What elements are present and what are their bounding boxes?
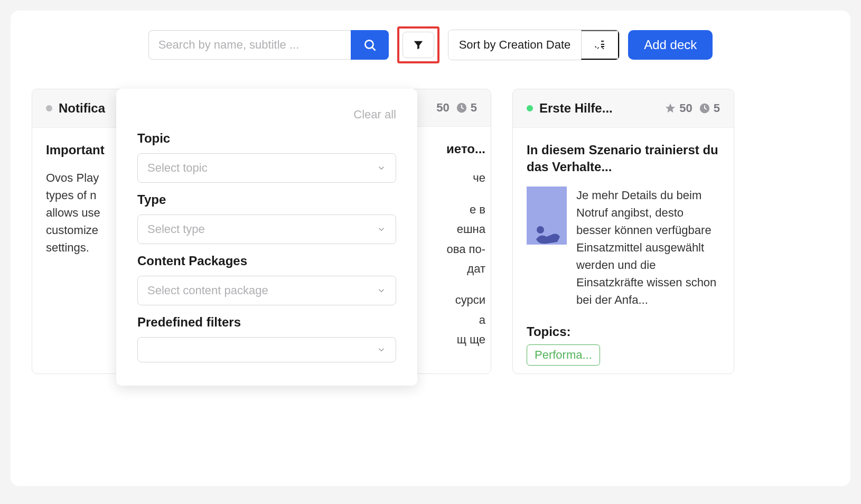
chevron-down-icon bbox=[377, 286, 386, 295]
funnel-icon bbox=[413, 39, 424, 51]
filter-button-highlight bbox=[397, 26, 439, 63]
search-button[interactable] bbox=[351, 30, 389, 60]
status-dot bbox=[527, 105, 533, 111]
clock-stat: 5 bbox=[456, 101, 477, 115]
svg-line-1 bbox=[372, 47, 375, 50]
topic-tag[interactable]: Performa... bbox=[527, 344, 600, 366]
predefined-filters-select[interactable] bbox=[137, 337, 396, 362]
card-body: In diesem Szenario trainierst du das Ver… bbox=[513, 128, 734, 374]
svg-point-4 bbox=[537, 226, 544, 234]
clock-count: 5 bbox=[714, 101, 720, 115]
star-count: 50 bbox=[679, 101, 692, 115]
add-deck-button[interactable]: Add deck bbox=[628, 30, 713, 60]
clock-count: 5 bbox=[471, 101, 477, 115]
card-header: Erste Hilfe... 50 5 bbox=[513, 89, 734, 128]
first-aid-icon bbox=[531, 223, 563, 245]
filter-label-predefined: Predefined filters bbox=[137, 315, 396, 330]
star-icon bbox=[665, 102, 676, 114]
main-panel: Sort by Creation Date Add deck Notifica … bbox=[11, 11, 850, 486]
clock-icon bbox=[456, 102, 467, 114]
filter-popover-header: Clear all bbox=[137, 108, 396, 122]
clock-stat: 5 bbox=[699, 101, 720, 115]
card-title: Erste Hilfe... bbox=[539, 101, 658, 116]
packages-select-placeholder: Select content package bbox=[147, 284, 268, 297]
topics-label: Topics: bbox=[527, 324, 720, 339]
cards-row: Notifica Important Ovos Play types of n … bbox=[32, 89, 829, 374]
topic-select-placeholder: Select topic bbox=[147, 161, 208, 175]
sort-direction-button[interactable] bbox=[581, 30, 619, 60]
star-count: 50 bbox=[436, 101, 449, 115]
filter-label-type: Type bbox=[137, 192, 396, 207]
card-description: Je mehr Details du beim Notruf angibst, … bbox=[576, 186, 720, 309]
clear-all-button[interactable]: Clear all bbox=[353, 108, 396, 122]
search-icon bbox=[363, 38, 377, 52]
card-thumbnail bbox=[527, 186, 567, 245]
chevron-down-icon bbox=[377, 345, 386, 354]
content-packages-select[interactable]: Select content package bbox=[137, 276, 396, 305]
star-stat: 50 bbox=[436, 101, 449, 115]
search-group bbox=[148, 30, 389, 60]
sort-za-icon bbox=[594, 39, 606, 51]
chevron-down-icon bbox=[377, 225, 386, 234]
topic-select[interactable]: Select topic bbox=[137, 153, 396, 183]
status-dot bbox=[46, 105, 52, 111]
chevron-down-icon bbox=[377, 163, 386, 173]
card-description-row: Je mehr Details du beim Notruf angibst, … bbox=[527, 186, 720, 309]
filter-button[interactable] bbox=[403, 32, 434, 58]
search-input[interactable] bbox=[148, 30, 351, 60]
filter-label-topic: Topic bbox=[137, 131, 396, 146]
type-select-placeholder: Select type bbox=[147, 222, 205, 236]
deck-card[interactable]: Erste Hilfe... 50 5 In diesem Szenario t… bbox=[512, 89, 734, 374]
type-select[interactable]: Select type bbox=[137, 214, 396, 244]
clock-icon bbox=[699, 102, 710, 114]
filter-label-packages: Content Packages bbox=[137, 254, 396, 268]
star-stat: 50 bbox=[665, 101, 692, 115]
sort-dropdown[interactable]: Sort by Creation Date bbox=[448, 30, 582, 60]
card-subtitle: In diesem Szenario trainierst du das Ver… bbox=[527, 142, 720, 176]
filter-popover: Clear all Topic Select topic Type Select… bbox=[116, 89, 417, 386]
sort-group: Sort by Creation Date bbox=[448, 30, 620, 60]
toolbar: Sort by Creation Date Add deck bbox=[32, 26, 829, 63]
